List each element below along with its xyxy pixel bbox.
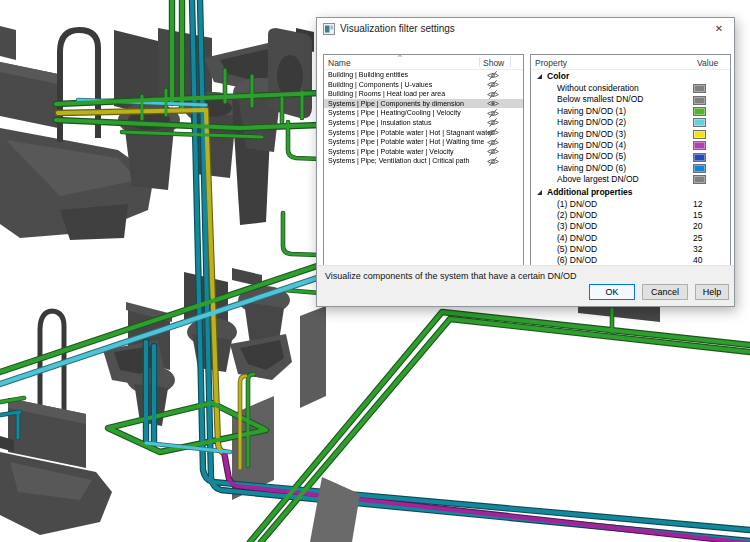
property-row[interactable]: (5) DN/OD 32: [531, 244, 730, 255]
button-row: OK Cancel Help: [589, 284, 729, 300]
filter-row[interactable]: Systems | Pipe | Potable water | Hot | S…: [324, 128, 523, 138]
eye-slash-icon: [486, 138, 500, 147]
cancel-button[interactable]: Cancel: [642, 284, 688, 300]
eye-slash-icon: [486, 109, 500, 118]
property-row[interactable]: Having DN/OD (2): [531, 117, 730, 128]
visibility-toggle[interactable]: [486, 147, 500, 156]
filter-row[interactable]: Systems | Pipe | Heating/Cooling | Veloc…: [324, 108, 523, 118]
property-group-label: Color: [547, 70, 569, 83]
visibility-toggle[interactable]: [486, 157, 500, 166]
filter-name: Building | Building entities: [328, 70, 408, 80]
color-swatch[interactable]: [693, 153, 706, 162]
visibility-toggle[interactable]: [486, 128, 500, 137]
property-row[interactable]: (1) DN/OD 12: [531, 199, 730, 210]
column-show[interactable]: Show: [483, 58, 504, 68]
color-swatch[interactable]: [693, 84, 706, 93]
visibility-toggle[interactable]: [486, 71, 500, 80]
property-row[interactable]: Having DN/OD (4): [531, 140, 730, 151]
visibility-toggle[interactable]: [486, 109, 500, 118]
property-row[interactable]: Without consideration: [531, 83, 730, 94]
visibility-toggle[interactable]: [486, 138, 500, 147]
visibility-toggle[interactable]: [486, 118, 500, 127]
eye-slash-icon: [486, 118, 500, 127]
visibility-toggle[interactable]: [486, 80, 500, 89]
column-divider: [479, 57, 480, 67]
property-row[interactable]: Above largest DN/OD: [531, 174, 730, 185]
color-swatch[interactable]: [693, 164, 706, 173]
application-window: Visualization filter settings ✕ Name ^ S…: [0, 0, 750, 542]
filter-row[interactable]: Building | Rooms | Heat load per area: [324, 89, 523, 99]
property-row[interactable]: Having DN/OD (1): [531, 106, 730, 117]
filter-name: Systems | Pipe | Potable water | Velocit…: [328, 147, 454, 157]
property-value: 12: [693, 199, 702, 210]
visibility-toggle[interactable]: [486, 90, 500, 99]
property-label: Having DN/OD (3): [557, 129, 626, 140]
help-button[interactable]: Help: [695, 284, 729, 300]
color-swatch[interactable]: [693, 130, 706, 139]
property-group[interactable]: Color: [531, 70, 730, 83]
property-header: Property Value: [531, 55, 730, 70]
color-swatch[interactable]: [693, 107, 706, 116]
color-swatch[interactable]: [693, 141, 706, 150]
visibility-toggle[interactable]: [486, 99, 500, 108]
property-label: (3) DN/OD: [557, 221, 597, 232]
filter-row[interactable]: Systems | Pipe | Insulation status: [324, 118, 523, 128]
dialog-icon: [323, 23, 335, 35]
property-group-label: Additional properties: [547, 186, 632, 199]
eye-slash-icon: [486, 157, 500, 166]
radiator-panel-front: [310, 477, 360, 542]
column-value: Value: [697, 58, 718, 68]
property-row[interactable]: Below smallest DN/OD: [531, 94, 730, 105]
color-swatch[interactable]: [693, 96, 706, 105]
filter-rows: Building | Building entities Building | …: [324, 70, 523, 166]
column-property: Property: [535, 58, 567, 68]
filter-row[interactable]: Systems | Pipe | Components by dimension: [324, 99, 523, 109]
property-panel[interactable]: Property Value Color Without considerati…: [530, 54, 731, 283]
property-label: Having DN/OD (2): [557, 117, 626, 128]
property-label: Having DN/OD (6): [557, 163, 626, 174]
urinal: [268, 28, 312, 118]
sort-ascending-icon: ^: [398, 54, 402, 61]
property-label: (4) DN/OD: [557, 233, 597, 244]
property-value: 20: [693, 221, 702, 232]
radiator-panel: [300, 306, 326, 408]
color-swatch[interactable]: [693, 175, 706, 184]
property-row[interactable]: (2) DN/OD 15: [531, 210, 730, 221]
ok-button[interactable]: OK: [589, 284, 635, 300]
washbasin-center: [230, 334, 292, 380]
eye-slash-icon: [486, 71, 500, 80]
filter-name: Systems | Pipe | Heating/Cooling | Veloc…: [328, 108, 461, 118]
property-label: Below smallest DN/OD: [557, 94, 643, 105]
filter-row[interactable]: Building | Components | U-values: [324, 80, 523, 90]
filter-name: Building | Components | U-values: [328, 80, 432, 90]
property-label: Above largest DN/OD: [557, 174, 639, 185]
property-row[interactable]: Having DN/OD (6): [531, 163, 730, 174]
filter-row[interactable]: Building | Building entities: [324, 70, 523, 80]
filter-row[interactable]: Systems | Pipe | Potable water | Hot | W…: [324, 137, 523, 147]
property-label: (1) DN/OD: [557, 199, 597, 210]
column-divider: [510, 57, 511, 67]
wall-fixture-fragment: [0, 26, 16, 60]
property-group[interactable]: Additional properties: [531, 186, 730, 199]
property-label: Without consideration: [557, 83, 639, 94]
dialog-titlebar[interactable]: Visualization filter settings ✕: [317, 18, 734, 39]
property-rows: Color Without consideration Below smalle…: [531, 70, 730, 267]
collapse-icon[interactable]: [537, 190, 542, 195]
property-row[interactable]: Having DN/OD (3): [531, 129, 730, 140]
filter-row[interactable]: Systems | Pipe; Ventilation duct | Criti…: [324, 156, 523, 166]
filter-description: Visualize components of the system that …: [325, 271, 576, 281]
filter-name: Systems | Pipe | Components by dimension: [328, 99, 464, 109]
property-value: 15: [693, 210, 702, 221]
property-row[interactable]: (4) DN/OD 25: [531, 233, 730, 244]
filter-list-header[interactable]: Name ^ Show: [324, 55, 523, 70]
filter-list-panel[interactable]: Name ^ Show Building | Building entities: [323, 54, 524, 283]
property-row[interactable]: (3) DN/OD 20: [531, 221, 730, 232]
visualization-filter-dialog: Visualization filter settings ✕ Name ^ S…: [316, 17, 735, 307]
collapse-icon[interactable]: [537, 74, 542, 79]
color-swatch[interactable]: [693, 118, 706, 127]
property-label: Having DN/OD (1): [557, 106, 626, 117]
column-name[interactable]: Name: [328, 58, 351, 68]
filter-row[interactable]: Systems | Pipe | Potable water | Velocit…: [324, 147, 523, 157]
property-row[interactable]: Having DN/OD (5): [531, 151, 730, 162]
close-icon[interactable]: ✕: [704, 18, 734, 39]
